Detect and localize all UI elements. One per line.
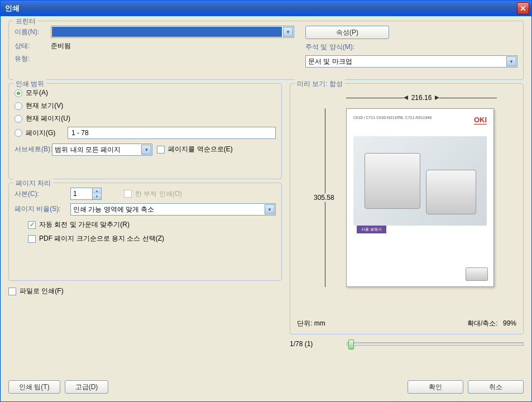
radio-pages-label: 페이지(G) [26,128,68,138]
printer-legend: 프린터 [13,17,38,26]
auto-rotate-checkbox[interactable]: ✓ 자동 회전 및 가운데 맞추기(R) [28,220,276,229]
checkbox-icon [157,146,165,154]
chevron-down-icon[interactable]: ▼ [283,27,293,37]
zoom-label: 확대/축소: [467,319,498,327]
copies-label: 사본(C): [15,189,70,199]
slider-thumb[interactable] [348,339,354,350]
print-range-fieldset: 인쇄 범위 모두(A) 현재 보기(V) 현재 페이지(U) [8,83,282,179]
comments-label: 주석 및 양식(M): [305,42,354,52]
cancel-button[interactable]: 취소 [468,380,524,394]
collate-checkbox: 한 부씩 인쇄(O) [124,189,182,199]
scaling-value: 인쇄 가능 영역에 맞게 축소 [71,204,264,216]
radio-icon [15,115,22,123]
paper-source-label: PDF 페이지 크기순으로 용지 소스 선택(Z) [39,234,164,243]
advanced-button[interactable]: 고급(D) [65,380,109,394]
printer-fieldset: 프린터 이름(N): ▼ 상태: 준비됨 유형: [8,21,524,80]
subset-value: 범위 내의 모든 페이지 [52,144,141,156]
radio-all[interactable]: 모두(A) [15,88,276,98]
arrow-right-icon [435,95,439,100]
reverse-checkbox[interactable]: 페이지를 역순으로(E) [157,146,232,154]
radio-icon [15,129,22,137]
comments-combo[interactable]: 문서 및 마크업 ▼ [305,55,517,68]
comments-value: 문서 및 마크업 [306,56,506,68]
radio-current-page-label: 현재 페이지(U) [26,114,70,123]
page-preview: OKI C610 / C711 C610-N311958, C711-N3119… [346,108,494,287]
print-to-file-checkbox[interactable]: 파일로 인쇄(F) [8,286,282,296]
doc-tag: 사용 설명서 [357,226,386,233]
checkbox-icon [124,190,132,198]
radio-current-view[interactable]: 현재 보기(V) [15,101,276,111]
radio-current-view-label: 현재 보기(V) [26,101,63,111]
print-dialog: 인쇄 ✕ 프린터 이름(N): ▼ 상태: [0,0,532,402]
page-handling-fieldset: 페이지 처리 사본(C): ▲ ▼ 한 부씩 인쇄(O) [8,183,282,281]
auto-rotate-label: 자동 회전 및 가운데 맞추기(R) [39,220,130,229]
handling-legend: 페이지 처리 [13,179,53,188]
radio-current-page[interactable]: 현재 페이지(U) [15,114,276,123]
page-indicator: 1/78 (1) [290,340,340,348]
pages-input[interactable] [68,127,276,139]
radio-all-label: 모두(A) [26,88,48,98]
spinner-up-icon[interactable]: ▲ [92,188,101,194]
copies-input[interactable] [71,188,92,199]
scaling-label: 페이지 비율(S): [15,205,70,213]
collate-label: 한 부씩 인쇄(O) [135,189,182,199]
print-tips-button[interactable]: 인쇄 팁(T) [8,380,60,394]
chevron-down-icon[interactable]: ▼ [141,145,151,155]
print-to-file-label: 파일로 인쇄(F) [20,286,64,296]
units-value: mm [314,319,325,327]
arrow-left-icon [404,95,408,100]
doc-header: C610 / C711 C610-N311958, C711-N311948 [353,116,487,119]
properties-button[interactable]: 속성(P) [305,26,389,39]
chevron-down-icon[interactable]: ▼ [265,204,275,214]
subset-combo[interactable]: 범위 내의 모든 페이지 ▼ [52,143,152,156]
preview-fieldset: 미리 보기: 합성 216.16 305.58 [290,83,524,334]
radio-icon [15,102,22,110]
zoom-value: 99% [503,319,516,327]
dimension-vertical: 305.58 [319,108,330,287]
height-value: 305.58 [314,194,334,202]
range-legend: 인쇄 범위 [13,79,46,89]
chevron-down-icon[interactable]: ▼ [506,56,516,66]
status-value: 준비됨 [51,41,71,51]
printer-image: 사용 설명서 [353,136,487,226]
width-value: 216.16 [408,94,435,102]
subset-label: 서브세트(B): [15,146,52,153]
paper-source-checkbox[interactable]: PDF 페이지 크기순으로 용지 소스 선택(Z) [28,234,276,243]
printer-name-value [52,27,282,37]
units-label: 단위: [297,319,312,327]
checkbox-icon: ✓ [28,221,36,229]
oki-logo: OKI [474,116,487,125]
dimension-horizontal: 216.16 [346,94,497,102]
spinner-down-icon[interactable]: ▼ [92,194,101,199]
close-icon: ✕ [520,4,526,13]
checkbox-icon [28,235,36,243]
radio-icon [15,89,22,97]
ok-button[interactable]: 확인 [408,380,463,394]
scaling-combo[interactable]: 인쇄 가능 영역에 맞게 축소 ▼ [70,203,276,216]
reverse-label: 페이지를 역순으로(E) [168,146,232,153]
titlebar: 인쇄 ✕ [1,1,531,16]
name-label: 이름(N): [15,27,51,37]
page-slider[interactable] [347,342,524,346]
dialog-title: 인쇄 [5,3,20,13]
preview-legend: 미리 보기: 합성 [295,79,345,89]
copies-spinner[interactable]: ▲ ▼ [70,188,102,200]
type-label: 유형: [15,54,51,64]
close-button[interactable]: ✕ [517,2,529,15]
status-label: 상태: [15,41,51,51]
checkbox-icon [8,288,16,295]
printer-name-combo[interactable]: ▼ [51,26,294,38]
radio-pages[interactable]: 페이지(G) [15,127,276,139]
